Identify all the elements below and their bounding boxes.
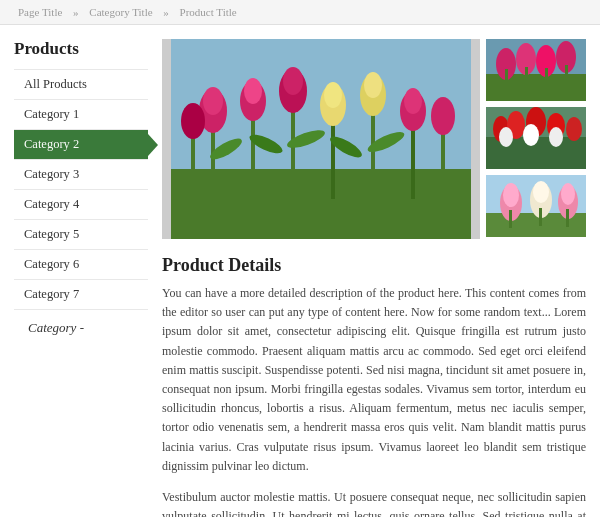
page-layout: Products All Products Category 1 Categor… (0, 25, 600, 517)
svg-rect-53 (509, 210, 512, 228)
svg-rect-56 (539, 208, 542, 226)
category-label: Category - (14, 320, 148, 336)
svg-rect-35 (505, 69, 508, 89)
svg-point-48 (549, 127, 563, 147)
svg-rect-1 (171, 169, 471, 239)
svg-rect-9 (441, 124, 445, 199)
sidebar-item-category3[interactable]: Category 3 (14, 159, 148, 189)
gallery-thumb-1[interactable] (486, 39, 586, 101)
gallery-thumb-2[interactable] (486, 107, 586, 169)
sidebar-item-all-products[interactable]: All Products (14, 69, 148, 99)
gallery-thumbnails (486, 39, 586, 239)
product-gallery (162, 39, 586, 239)
svg-rect-30 (486, 74, 586, 101)
sidebar-nav: All Products Category 1 Category 2 Categ… (14, 69, 148, 310)
svg-rect-36 (525, 67, 528, 89)
svg-rect-8 (191, 129, 195, 199)
gallery-main-image[interactable] (162, 39, 480, 239)
sidebar-link-category4[interactable]: Category 4 (14, 190, 148, 219)
breadcrumb-category[interactable]: Category Title (89, 6, 152, 18)
breadcrumb: Page Title » Category Title » Product Ti… (0, 0, 600, 25)
sidebar-item-category7[interactable]: Category 7 (14, 279, 148, 310)
svg-point-45 (566, 117, 582, 141)
sidebar: Products All Products Category 1 Categor… (0, 39, 148, 517)
svg-rect-37 (545, 68, 548, 89)
product-description-1: You can have a more detailed description… (162, 284, 586, 476)
sidebar-item-category1[interactable]: Category 1 (14, 99, 148, 129)
sidebar-link-category6[interactable]: Category 6 (14, 250, 148, 279)
svg-rect-4 (291, 99, 295, 199)
sidebar-link-category5[interactable]: Category 5 (14, 220, 148, 249)
svg-point-11 (203, 87, 223, 115)
svg-point-23 (431, 97, 455, 135)
breadcrumb-product[interactable]: Product Title (180, 6, 237, 18)
svg-point-21 (404, 88, 422, 114)
breadcrumb-sep2: » (163, 6, 169, 18)
svg-point-58 (561, 183, 575, 205)
gallery-thumb-3[interactable] (486, 175, 586, 237)
svg-point-47 (523, 124, 539, 146)
breadcrumb-sep1: » (73, 6, 79, 18)
svg-point-52 (503, 183, 519, 207)
svg-rect-38 (565, 65, 568, 89)
svg-point-22 (181, 103, 205, 139)
sidebar-link-category1[interactable]: Category 1 (14, 100, 148, 129)
product-details-title: Product Details (162, 255, 586, 276)
product-description-2: Vestibulum auctor molestie mattis. Ut po… (162, 488, 586, 517)
sidebar-link-all-products[interactable]: All Products (14, 70, 148, 99)
sidebar-item-category4[interactable]: Category 4 (14, 189, 148, 219)
main-content: Product Details You can have a more deta… (148, 39, 600, 517)
sidebar-link-category2[interactable]: Category 2 (14, 130, 148, 159)
sidebar-link-category7[interactable]: Category 7 (14, 280, 148, 309)
svg-point-13 (244, 78, 262, 104)
breadcrumb-page[interactable]: Page Title (18, 6, 62, 18)
svg-point-55 (533, 181, 549, 203)
sidebar-link-category3[interactable]: Category 3 (14, 160, 148, 189)
svg-point-15 (283, 67, 303, 95)
svg-point-17 (324, 82, 342, 108)
svg-rect-3 (251, 109, 255, 199)
sidebar-item-category6[interactable]: Category 6 (14, 249, 148, 279)
sidebar-item-category5[interactable]: Category 5 (14, 219, 148, 249)
svg-point-19 (364, 72, 382, 98)
svg-rect-5 (331, 114, 335, 199)
sidebar-title: Products (14, 39, 148, 59)
svg-point-46 (499, 127, 513, 147)
svg-rect-59 (566, 209, 569, 227)
sidebar-item-category2[interactable]: Category 2 (14, 129, 148, 159)
